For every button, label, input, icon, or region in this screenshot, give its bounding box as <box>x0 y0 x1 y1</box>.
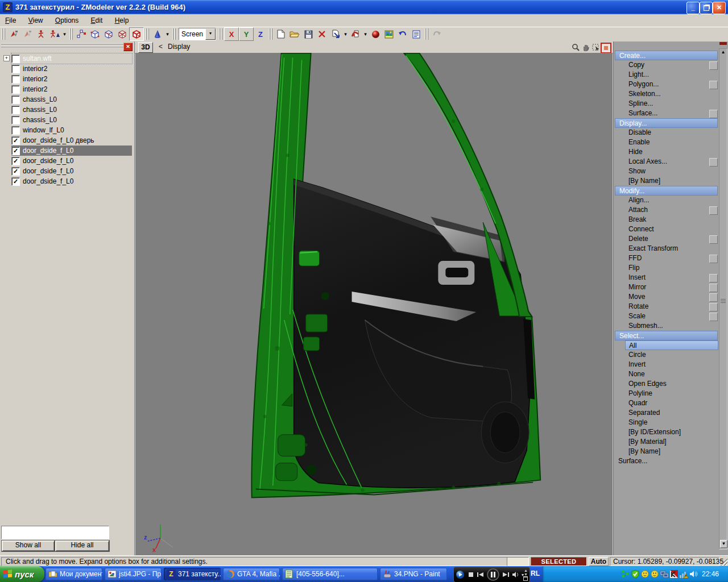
option-box[interactable] <box>709 206 718 215</box>
viewport-canvas[interactable]: z x <box>135 53 613 555</box>
combobox-dropdown-icon[interactable]: ▾ <box>205 28 216 40</box>
toolbar-grip[interactable] <box>269 28 273 40</box>
cmd-item-delete[interactable]: Delete <box>614 234 718 244</box>
toolbar-grip[interactable] <box>146 28 150 40</box>
taskbar-button-firefox[interactable]: GTA 4, Mafia ... <box>223 568 280 580</box>
cmd-header-create[interactable]: Create... <box>615 51 718 60</box>
tree-item-window-lf[interactable]: window_lf_L0 <box>11 125 132 135</box>
open-file-button[interactable] <box>288 28 301 40</box>
door-model[interactable] <box>135 53 613 555</box>
checkbox[interactable] <box>11 65 20 73</box>
scroll-up-icon[interactable]: ▲ <box>720 49 726 55</box>
tree-item-door-3[interactable]: ✓ door_dside_f_L0 <box>11 156 132 166</box>
option-box[interactable] <box>709 313 718 321</box>
tree-item-chassis-1[interactable]: chassis_L0 <box>11 94 132 105</box>
antivirus-shield-icon[interactable] <box>631 569 640 579</box>
cmd-item-connect[interactable]: Connect <box>614 225 718 234</box>
tree-item-interior2-3[interactable]: interior2 <box>11 84 132 94</box>
toolbar-grip[interactable] <box>172 28 176 40</box>
cmd-item-scale[interactable]: Scale <box>614 311 718 321</box>
wmp-logo-icon[interactable] <box>454 570 466 579</box>
vertices-level-button[interactable] <box>75 28 88 40</box>
toolbar-grip[interactable] <box>69 28 73 40</box>
option-box[interactable] <box>709 235 718 244</box>
cmd-item-none[interactable]: None <box>614 369 718 379</box>
scrollbar-thumb-grip[interactable] <box>721 299 726 304</box>
network-computers-icon[interactable] <box>660 569 669 579</box>
tree-item-interior2-1[interactable]: interior2 <box>11 64 132 74</box>
import-dropdown[interactable]: ▾ <box>362 28 369 40</box>
save-file-button[interactable] <box>301 28 315 40</box>
hide-all-button[interactable]: Hide all <box>55 541 109 551</box>
cmd-item-copy[interactable]: Copy <box>614 60 718 70</box>
option-box[interactable] <box>709 274 718 282</box>
taskbar-button-image-viewer[interactable]: jsti4.JPG - Пр... <box>105 568 162 580</box>
restore-button[interactable] <box>700 2 713 14</box>
menu-options[interactable]: Options <box>50 14 84 26</box>
viewport-back-icon[interactable]: < <box>159 43 163 51</box>
cmd-item-show[interactable]: Show <box>614 167 718 176</box>
cmd-item-disable[interactable]: Disable <box>614 128 718 138</box>
checkbox[interactable] <box>11 95 20 104</box>
auto-toggle[interactable]: Auto <box>589 557 609 566</box>
cmd-item-local-axes[interactable]: Local Axes... <box>614 157 718 167</box>
option-box[interactable] <box>709 158 718 167</box>
taskbar-button-paint[interactable]: 34.PNG - Paint <box>380 568 447 580</box>
cmd-item-by-name-select[interactable]: [By Name] <box>614 447 718 456</box>
cmd-header-select[interactable]: Select... <box>615 331 718 340</box>
polygons-level-button[interactable] <box>115 28 129 40</box>
viewport-maximize-button[interactable] <box>601 43 611 53</box>
cmd-item-align[interactable]: Align... <box>614 196 718 205</box>
view-mode-dropdown[interactable]: ▾ <box>164 28 171 40</box>
resize-grip[interactable] <box>721 559 727 566</box>
menu-file[interactable]: File <box>0 14 21 26</box>
checkbox-checked[interactable]: ✓ <box>11 157 20 165</box>
taskbar-button-my-documents[interactable]: Мои документы <box>46 568 102 580</box>
cmd-item-separated[interactable]: Separated <box>614 408 718 418</box>
wmp-spinner[interactable]: ▲▼ <box>524 568 528 576</box>
cmd-item-single[interactable]: Single <box>614 418 718 427</box>
figure-mode-button[interactable] <box>34 28 48 40</box>
option-box[interactable] <box>709 81 718 89</box>
cmd-item-quadr[interactable]: Quadr <box>614 398 718 408</box>
figure-cone-mode-button[interactable] <box>48 28 61 40</box>
option-box[interactable] <box>709 61 718 70</box>
checkbox-checked[interactable]: ✓ <box>11 177 20 186</box>
checkbox-checked[interactable]: ✓ <box>11 167 20 176</box>
start-button[interactable]: пуск <box>0 566 44 582</box>
export-dropdown[interactable]: ▾ <box>342 28 349 40</box>
expander-icon[interactable]: + <box>3 55 10 61</box>
close-button[interactable]: ✕ <box>713 2 726 14</box>
tree-item-door-5[interactable]: ✓ door_dside_f_L0 <box>11 176 132 186</box>
wmp-restore-icon[interactable] <box>523 576 528 581</box>
option-box[interactable] <box>709 255 718 263</box>
checkbox[interactable] <box>11 126 20 135</box>
deselect-tool-button[interactable] <box>20 28 34 40</box>
wmp-next-button[interactable] <box>500 572 511 577</box>
menu-view[interactable]: View <box>23 14 48 26</box>
viewport-mode-button[interactable]: 3D <box>138 42 153 53</box>
viewport-breadcrumb[interactable]: Display <box>168 43 190 51</box>
option-box[interactable] <box>709 303 718 311</box>
cmd-item-flip[interactable]: Flip <box>614 263 718 273</box>
option-box[interactable] <box>709 293 718 302</box>
cmd-item-enable[interactable]: Enable <box>614 138 718 147</box>
cmd-item-break[interactable]: Break <box>614 215 718 225</box>
cmd-item-rotate[interactable]: Rotate <box>614 302 718 311</box>
volume-icon[interactable] <box>689 569 698 579</box>
language-indicator[interactable]: RL <box>531 569 540 577</box>
cmd-item-circle[interactable]: Circle <box>614 350 718 360</box>
cmd-item-move[interactable]: Move <box>614 292 718 302</box>
cmd-item-polyline[interactable]: Polyline <box>614 389 718 398</box>
tree-item-door-4[interactable]: ✓ door_dside_f_L0 <box>11 166 132 176</box>
cmd-item-all-selected[interactable]: All <box>625 340 718 350</box>
cmd-item-by-name-display[interactable]: [By Name] <box>614 176 718 186</box>
command-panel-scrollbar[interactable]: ▲ ▼ <box>719 48 727 550</box>
title-bar[interactable]: Z 371 затекстурил - ZModeler ver 2.2.2 (… <box>0 0 728 14</box>
cmd-header-modify[interactable]: Modify... <box>615 186 718 196</box>
axis-z-button[interactable]: Z <box>254 28 267 40</box>
option-box[interactable] <box>709 110 718 118</box>
toolbar-grip[interactable] <box>219 28 223 40</box>
tree-item-sultan-wft[interactable]: + sultan.wft <box>11 53 132 64</box>
cmd-item-attach[interactable]: Attach <box>614 205 718 215</box>
